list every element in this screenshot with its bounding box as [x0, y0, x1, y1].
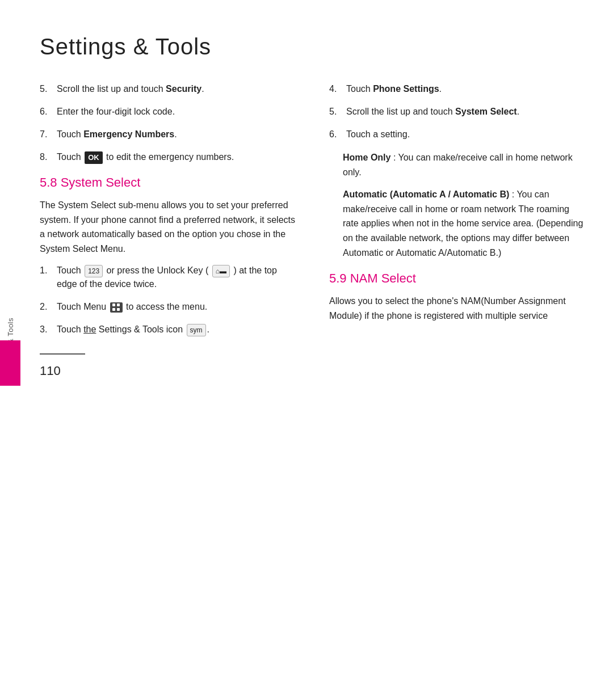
item-number: 3.	[40, 323, 53, 336]
unlock-key-btn: ⌂▬	[212, 265, 230, 277]
page-divider	[40, 353, 85, 355]
section-58-heading: 5.8 System Select	[40, 175, 295, 190]
section-59-body: Allows you to select the phone's NAM(Num…	[329, 294, 585, 323]
menu-dot	[112, 308, 115, 311]
bold-text: Emergency Numbers	[83, 129, 174, 139]
item-number: 6.	[329, 128, 343, 141]
item-text: Touch the Settings & Tools icon sym.	[57, 323, 295, 336]
list-item: 6. Enter the four-digit lock code.	[40, 105, 295, 119]
item-text: Touch Phone Settings.	[346, 82, 585, 96]
section-59-heading: 5.9 NAM Select	[329, 271, 585, 286]
menu-dot	[117, 303, 120, 306]
item-number: 8.	[40, 150, 53, 164]
item-text: Touch 123 or press the Unlock Key ( ⌂▬ )…	[57, 264, 295, 291]
list-item: 1. Touch 123 or press the Unlock Key ( ⌂…	[40, 264, 295, 291]
ok-button-inline: OK	[85, 151, 103, 164]
list-item: 5. Scroll the list up and touch Security…	[40, 82, 295, 96]
home-only-block: Home Only : You can make/receive call in…	[329, 150, 585, 179]
list-item: 2. Touch Menu to access the menu.	[40, 300, 295, 314]
list-item: 4. Touch Phone Settings.	[329, 82, 585, 96]
item-text: Touch Menu to access the menu.	[57, 300, 295, 314]
item-text: Scroll the list up and touch Security.	[57, 82, 295, 96]
sym-btn: sym	[187, 324, 206, 336]
list-item: 5. Scroll the list up and touch System S…	[329, 105, 585, 119]
list-item: 3. Touch the Settings & Tools icon sym.	[40, 323, 295, 336]
menu-dot	[112, 303, 115, 306]
item-text: Touch a setting.	[346, 128, 585, 141]
page-number: 110	[40, 364, 295, 378]
item-number: 5.	[40, 82, 53, 96]
automatic-label: Automatic (Automatic A / Automatic B)	[343, 189, 509, 199]
underline-text: the	[83, 324, 96, 334]
automatic-block: Automatic (Automatic A / Automatic B) : …	[329, 187, 585, 260]
sidebar-bar	[0, 340, 20, 386]
item-text: Touch OK to edit the emergency numbers.	[57, 150, 295, 164]
item-number: 5.	[329, 105, 343, 119]
home-only-label: Home Only	[343, 153, 391, 162]
bold-text: Security	[166, 84, 201, 94]
bold-text: System Select	[455, 107, 517, 116]
item-number: 6.	[40, 105, 53, 119]
menu-icon	[110, 302, 123, 313]
list-item: 7. Touch Emergency Numbers.	[40, 128, 295, 141]
two-col-layout: 5. Scroll the list up and touch Security…	[40, 82, 585, 378]
bold-text: Phone Settings	[373, 84, 439, 94]
section-58-body: The System Select sub-menu allows you to…	[40, 198, 295, 256]
item-number: 4.	[329, 82, 343, 96]
main-content: Settings & Tools 5. Scroll the list up a…	[40, 34, 585, 378]
item-number: 1.	[40, 264, 53, 291]
right-column: 4. Touch Phone Settings. 5. Scroll the l…	[329, 82, 585, 378]
page-container: Settings & Tools Settings & Tools 5. Scr…	[0, 0, 613, 700]
item-text: Touch Emergency Numbers.	[57, 128, 295, 141]
item-number: 2.	[40, 300, 53, 314]
item-text: Scroll the list up and touch System Sele…	[346, 105, 585, 119]
key-123-btn: 123	[85, 265, 103, 277]
item-number: 7.	[40, 128, 53, 141]
menu-dot	[117, 308, 120, 311]
item-text: Enter the four-digit lock code.	[57, 105, 295, 119]
page-title: Settings & Tools	[40, 34, 585, 60]
menu-icon-dots	[112, 303, 120, 311]
list-item: 6. Touch a setting.	[329, 128, 585, 141]
list-item: 8. Touch OK to edit the emergency number…	[40, 150, 295, 164]
left-column: 5. Scroll the list up and touch Security…	[40, 82, 295, 378]
